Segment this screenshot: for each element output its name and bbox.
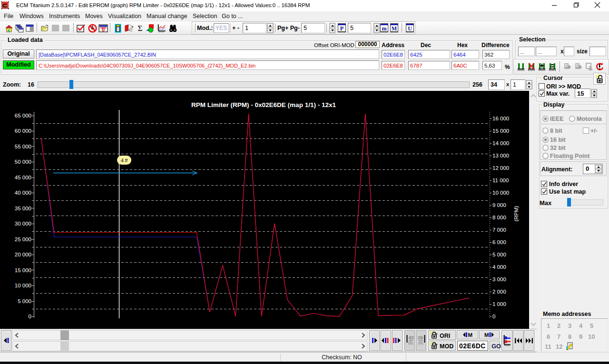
svg-text:50 000: 50 000 [15, 159, 31, 165]
svg-text:7 000: 7 000 [492, 227, 506, 233]
svg-text:25 000: 25 000 [15, 236, 31, 242]
svg-text:5 000: 5 000 [18, 298, 31, 304]
svg-text:1 000: 1 000 [492, 301, 506, 307]
svg-text:10 000: 10 000 [15, 283, 31, 288]
svg-text:4 #: 4 # [120, 157, 128, 164]
svg-text:8 000: 8 000 [492, 215, 506, 220]
svg-text:30 000: 30 000 [15, 221, 31, 226]
svg-text:6 000: 6 000 [492, 239, 506, 245]
svg-text:60 000: 60 000 [15, 128, 31, 134]
svg-text:65 000: 65 000 [15, 113, 31, 118]
svg-text:35 000: 35 000 [15, 206, 31, 211]
svg-text:0: 0 [29, 314, 31, 319]
svg-text:(RPM): (RPM) [513, 206, 519, 221]
svg-text:2 000: 2 000 [492, 289, 506, 295]
svg-text:15 000: 15 000 [15, 267, 31, 273]
svg-text:M: M [468, 332, 473, 337]
svg-text:45 000: 45 000 [15, 175, 31, 180]
svg-text:11 000: 11 000 [492, 177, 509, 183]
svg-text:9 000: 9 000 [492, 202, 506, 208]
svg-text:0: 0 [492, 314, 495, 319]
svg-text:M: M [484, 332, 489, 337]
svg-text:14 000: 14 000 [492, 140, 509, 146]
svg-text:3 000: 3 000 [492, 276, 506, 282]
svg-text:4 000: 4 000 [492, 264, 506, 270]
svg-text:55 000: 55 000 [15, 144, 31, 149]
svg-text:20 000: 20 000 [15, 252, 31, 257]
svg-text:15 000: 15 000 [492, 128, 509, 134]
svg-text:16 000: 16 000 [492, 116, 509, 121]
svg-text:13 000: 13 000 [492, 153, 509, 158]
svg-text:Σ: Σ [138, 24, 143, 32]
svg-text:10 000: 10 000 [492, 190, 509, 196]
svg-text:12 000: 12 000 [492, 165, 509, 171]
svg-text:40 000: 40 000 [15, 190, 31, 196]
svg-text:5 000: 5 000 [492, 252, 506, 257]
svg-text:0: 0 [102, 27, 105, 32]
svg-text:RPM Limiter (RPM) - 0x02E6DE (: RPM Limiter (RPM) - 0x02E6DE (map 1/1) -… [191, 101, 336, 108]
